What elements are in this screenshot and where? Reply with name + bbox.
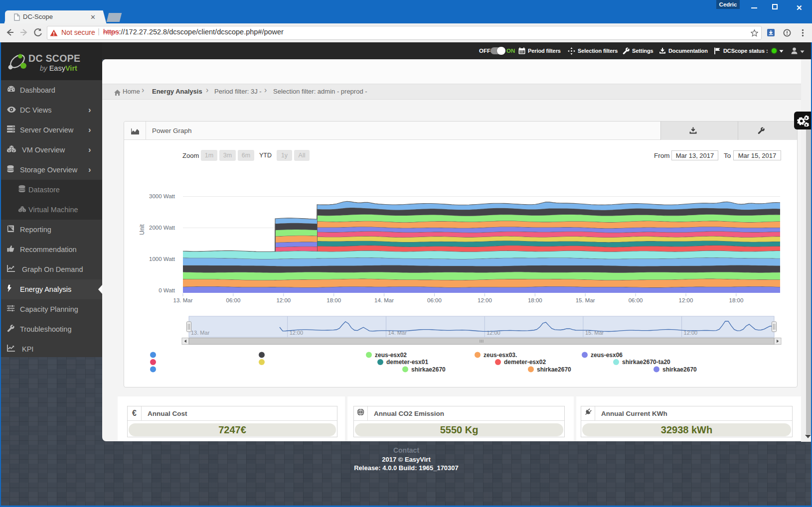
svg-text:2000 Watt: 2000 Watt	[149, 225, 175, 231]
svg-text:13. Mar: 13. Mar	[173, 297, 193, 303]
svg-text:demeter-esx01: demeter-esx01	[386, 359, 428, 366]
svg-text:06:00: 06:00	[427, 297, 442, 303]
svg-text:3000 Watt: 3000 Watt	[149, 193, 175, 199]
svg-text:shirkae2670-ta20: shirkae2670-ta20	[622, 359, 670, 366]
svg-text:0 Watt: 0 Watt	[159, 287, 175, 293]
svg-text:18:00: 18:00	[528, 297, 542, 303]
svg-text:12:00: 12:00	[276, 297, 291, 303]
svg-text:12:00: 12:00	[478, 297, 492, 303]
svg-text:shirkae2670: shirkae2670	[537, 366, 571, 373]
svg-text:18:00: 18:00	[729, 297, 744, 303]
svg-text:06:00: 06:00	[226, 297, 241, 303]
svg-text:zeus-esx02: zeus-esx02	[375, 352, 407, 359]
svg-text:06:00: 06:00	[629, 297, 643, 303]
svg-text:15. Mar: 15. Mar	[576, 297, 595, 303]
svg-text:Unit: Unit	[139, 224, 146, 235]
svg-text:14. Mar: 14. Mar	[374, 297, 394, 303]
svg-text:13. Mar: 13. Mar	[191, 330, 210, 336]
svg-text:zeus-esx06: zeus-esx06	[591, 352, 623, 359]
svg-text:shirkae2670: shirkae2670	[662, 366, 697, 373]
svg-text:18:00: 18:00	[326, 297, 341, 303]
svg-text:shirkae2670: shirkae2670	[411, 366, 446, 373]
svg-text:zeus-esx03.: zeus-esx03.	[484, 352, 517, 359]
svg-text:1000 Watt: 1000 Watt	[149, 256, 175, 262]
svg-text:12:00: 12:00	[679, 297, 693, 303]
svg-text:demeter-esx02: demeter-esx02	[504, 359, 546, 366]
